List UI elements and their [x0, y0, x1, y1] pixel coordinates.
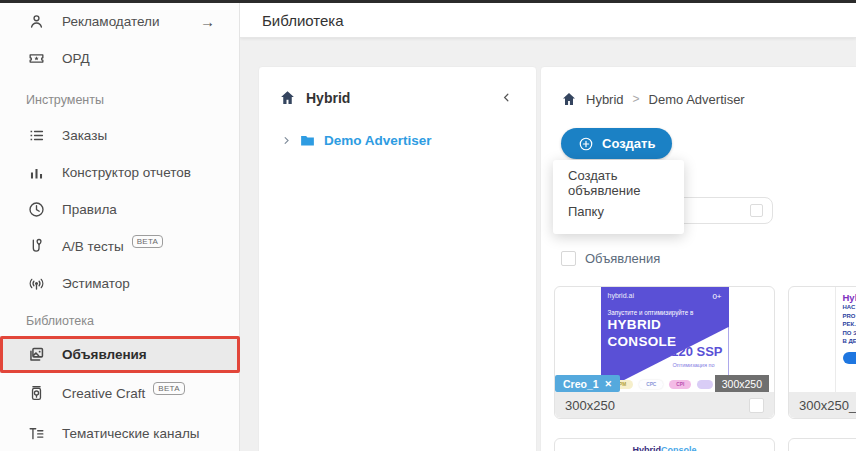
card-footer: 300x250	[555, 392, 774, 418]
select-all-row: Объявления	[561, 251, 660, 266]
banner-note: Оптимизация по	[672, 362, 714, 368]
sidebar-item-label: Рекламодатели	[62, 14, 159, 29]
ad-card[interactable]: Hybrid НАС PRO РЕК. ПО З В ДЕ 300x250_C	[788, 286, 856, 419]
channels-icon	[26, 423, 46, 443]
sidebar-item-report-builder[interactable]: Конструктор отчетов	[0, 154, 239, 191]
create-dropdown-menu: Создать объявление Папку	[553, 160, 684, 234]
chevron-right-icon	[281, 135, 292, 146]
banner-text-line: НАС	[843, 304, 856, 312]
clock-icon	[26, 200, 46, 220]
arrow-right-icon[interactable]: →	[200, 13, 215, 30]
banner-offer: +120 SSP	[664, 344, 723, 359]
sidebar-item-label: Правила	[62, 202, 117, 217]
tree-item-demo-advertiser[interactable]: Demo Advertiser	[281, 132, 536, 149]
breadcrumb-current: Demo Advertiser	[649, 92, 745, 107]
creative-tag[interactable]: Creo_1 ✕	[555, 375, 620, 392]
ad-card[interactable]: HybridConsole	[554, 438, 775, 451]
sidebar-item-ads[interactable]: Объявления	[0, 336, 239, 373]
ad-card[interactable]: hybrid.ai 0+ Запустите и оптимизируйте в…	[554, 286, 775, 419]
tree-root-label: Hybrid	[306, 90, 500, 106]
folder-tree-panel: Hybrid Demo Advertiser	[258, 66, 537, 451]
sidebar-item-label: Эстиматор	[62, 276, 130, 291]
card-title: 300x250_C	[799, 398, 856, 413]
card-title: 300x250	[565, 398, 615, 413]
create-button[interactable]: Создать	[561, 128, 672, 159]
banner-text-line: ПО З	[843, 330, 856, 338]
banner-logo-accent: Console	[661, 445, 697, 451]
banner-cta-button	[843, 352, 856, 364]
home-icon[interactable]	[561, 91, 577, 107]
folder-icon	[299, 132, 316, 149]
size-badge: 300x250	[715, 375, 769, 392]
ad-card[interactable]	[788, 438, 856, 451]
create-button-label: Создать	[602, 136, 655, 151]
orders-list-icon	[26, 126, 46, 146]
banner-logo: hybrid.ai	[608, 292, 634, 301]
sidebar-item-orders[interactable]: Заказы	[0, 117, 239, 154]
close-icon[interactable]: ✕	[605, 379, 613, 389]
select-all-checkbox[interactable]	[561, 251, 576, 266]
page-title: Библиотека	[262, 12, 344, 29]
pill-cpc: CPC	[639, 380, 663, 389]
sidebar-item-ord[interactable]: ОРД	[0, 40, 239, 77]
sidebar-item-estimator[interactable]: Эстиматор	[0, 265, 239, 302]
banner-text-line: В ДЕ	[843, 338, 856, 346]
plus-circle-icon	[578, 136, 594, 152]
library-content-panel: Hybrid > Demo Advertiser Создать Создать…	[540, 66, 856, 451]
menu-item-create-folder[interactable]: Папку	[553, 197, 684, 225]
tree-item-label: Demo Advertiser	[324, 133, 432, 148]
bulb-icon	[26, 383, 46, 403]
breadcrumb-root[interactable]: Hybrid	[586, 92, 624, 107]
home-icon	[279, 89, 296, 106]
pill-partial	[697, 380, 713, 389]
sidebar-section-tools: Инструменты	[0, 77, 239, 117]
chevron-left-icon	[500, 91, 513, 104]
banner-logo: Hybrid	[843, 292, 856, 303]
sidebar-item-label: Конструктор отчетов	[62, 165, 191, 180]
page-header: Библиотека	[240, 3, 856, 38]
ad-preview: hybrid.ai 0+ Запустите и оптимизируйте в…	[555, 287, 774, 392]
banner-age-rating: 0+	[712, 292, 721, 301]
banner-title-line1: HYBRID	[601, 316, 729, 333]
sidebar-item-label: Объявления	[62, 347, 147, 362]
breadcrumb: Hybrid > Demo Advertiser	[541, 67, 856, 107]
sidebar-section-library: Библиотека	[0, 302, 239, 336]
broadcast-icon	[26, 274, 46, 294]
banner-pills: CPM CPC CPI	[609, 380, 714, 389]
sidebar-item-thematic-channels[interactable]: Тематические каналы	[0, 413, 239, 451]
bar-chart-icon	[26, 163, 46, 183]
gallery-icon	[26, 345, 46, 365]
ticket-icon	[26, 49, 46, 69]
sidebar-item-label: A/B тесты	[62, 239, 124, 254]
ad-preview: Hybrid НАС PRO РЕК. ПО З В ДЕ	[789, 287, 856, 392]
sidebar-item-label: Тематические каналы	[62, 426, 199, 441]
banner-subtitle: Запустите и оптимизируйте в	[601, 301, 729, 316]
select-all-label: Объявления	[585, 251, 660, 266]
sidebar-item-label: Creative Craft	[62, 386, 145, 401]
card-footer: 300x250_C	[789, 392, 856, 418]
banner-text-line: РЕК.	[843, 321, 856, 329]
sidebar-item-creative-craft[interactable]: Creative CraftBETA	[0, 373, 239, 413]
banner-text-line: PRO	[843, 313, 856, 321]
banner-logo: Hybrid	[632, 445, 661, 451]
ab-test-icon	[26, 237, 46, 257]
menu-item-create-ad[interactable]: Создать объявление	[553, 169, 684, 197]
sidebar-item-ab-tests[interactable]: A/B тестыBETA	[0, 228, 239, 265]
card-checkbox[interactable]	[749, 398, 764, 413]
sidebar-item-advertisers[interactable]: Рекламодатели→	[0, 3, 239, 40]
filter-checkbox[interactable]	[750, 204, 763, 217]
sidebar-item-rules[interactable]: Правила	[0, 191, 239, 228]
person-icon	[26, 12, 46, 32]
beta-badge: BETA	[153, 382, 185, 395]
ad-banner-image: Hybrid НАС PRO РЕК. ПО З В ДЕ	[835, 287, 856, 392]
sidebar-item-label: ОРД	[62, 51, 90, 66]
breadcrumb-separator: >	[633, 92, 640, 106]
tree-root-row[interactable]: Hybrid	[259, 67, 536, 106]
top-window-strip	[0, 0, 856, 3]
ad-preview: HybridConsole	[555, 439, 774, 451]
beta-badge: BETA	[132, 235, 164, 248]
expander[interactable]	[281, 135, 293, 147]
creative-tag-label: Creo_1	[563, 378, 599, 390]
collapse-panel-button[interactable]	[500, 90, 516, 106]
pill-cpi: CPI	[669, 380, 691, 389]
